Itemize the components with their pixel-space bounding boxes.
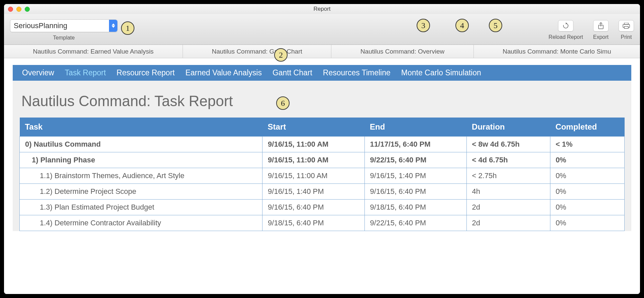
subnav-task-report[interactable]: Task Report: [65, 68, 106, 77]
subnav-monte-carlo[interactable]: Monte Carlo Simulation: [401, 68, 481, 77]
report: Overview Task Report Resource Report Ear…: [13, 65, 631, 231]
callout-1: 1: [121, 21, 134, 35]
export-group: Export: [593, 20, 609, 40]
cell-start: 9/16/15, 1:40 PM: [262, 184, 365, 200]
reload-icon: [562, 22, 569, 29]
callout-4: 4: [455, 19, 469, 32]
report-title: Nautilus Command: Task Report: [19, 91, 625, 118]
cell-task: 1) Planning Phase: [20, 152, 262, 168]
template-label: Template: [53, 35, 75, 41]
cell-completed: 0%: [550, 200, 624, 215]
subnav-resource-report[interactable]: Resource Report: [117, 68, 175, 77]
table-row: 1) Planning Phase9/16/15, 11:00 AM9/22/1…: [20, 152, 625, 168]
cell-completed: 0%: [550, 215, 624, 231]
export-button[interactable]: [593, 20, 609, 31]
subnav-gantt-chart[interactable]: Gantt Chart: [273, 68, 312, 77]
cell-end: 9/22/15, 6:40 PM: [364, 152, 466, 168]
cell-end: 9/22/15, 6:40 PM: [364, 215, 466, 231]
minimize-button[interactable]: [16, 7, 21, 12]
template-group: Template: [10, 19, 118, 41]
toolbar-right: Reload Report Export: [549, 20, 634, 40]
cell-completed: 0%: [550, 184, 624, 200]
cell-start: 9/18/15, 6:40 PM: [262, 215, 365, 231]
tab-gantt-chart[interactable]: Nautilus Command: Gantt Chart: [183, 45, 331, 58]
subnav-resources-timeline[interactable]: Resources Timeline: [323, 68, 391, 77]
template-select[interactable]: [10, 19, 118, 32]
cell-end: 9/16/15, 6:40 PM: [364, 184, 466, 200]
tab-overview[interactable]: Nautilus Command: Overview: [331, 45, 473, 58]
subnav: Overview Task Report Resource Report Ear…: [13, 65, 631, 81]
reload-label: Reload Report: [549, 34, 583, 40]
cell-duration: < 4d 6.75h: [466, 152, 550, 168]
reload-button[interactable]: [558, 20, 573, 31]
tab-earned-value[interactable]: Nautilus Command: Earned Value Analysis: [4, 45, 183, 58]
cell-task: 1.3) Plan Estimated Project Budget: [20, 200, 262, 215]
dropdown-arrows-icon[interactable]: [109, 20, 117, 32]
subnav-earned-value[interactable]: Earned Value Analysis: [185, 68, 261, 77]
cell-end: 11/17/15, 6:40 PM: [364, 137, 466, 152]
col-end: End: [364, 118, 466, 137]
table-row: 1.1) Brainstorm Themes, Audience, Art St…: [20, 168, 625, 184]
cell-completed: 0%: [550, 152, 624, 168]
cell-duration: 2d: [466, 215, 550, 231]
col-task: Task: [20, 118, 262, 137]
svg-rect-4: [624, 26, 628, 28]
traffic-lights: [8, 7, 30, 12]
table-row: 0) Nautilus Command9/16/15, 11:00 AM11/1…: [20, 137, 625, 152]
cell-task: 1.2) Determine Project Scope: [20, 184, 262, 200]
template-input[interactable]: [10, 20, 109, 32]
titlebar: Report: [4, 4, 640, 14]
col-completed: Completed: [550, 118, 624, 137]
printer-icon: [623, 23, 630, 29]
callout-2: 2: [274, 48, 288, 62]
print-group: Print: [619, 20, 634, 40]
report-window: Report Template Reload Repo: [4, 4, 640, 294]
cell-start: 9/16/15, 11:00 AM: [262, 152, 365, 168]
callout-6: 6: [276, 96, 290, 110]
table-row: 1.3) Plan Estimated Project Budget9/16/1…: [20, 200, 625, 215]
callout-3: 3: [417, 19, 430, 32]
print-button[interactable]: [619, 20, 634, 31]
report-viewport: Overview Task Report Resource Report Ear…: [4, 58, 640, 294]
cell-end: 9/16/15, 1:40 PM: [364, 168, 466, 184]
close-button[interactable]: [8, 7, 13, 12]
table-row: 1.2) Determine Project Scope9/16/15, 1:4…: [20, 184, 625, 200]
col-start: Start: [262, 118, 365, 137]
cell-task: 1.1) Brainstorm Themes, Audience, Art St…: [20, 168, 262, 184]
zoom-button[interactable]: [25, 7, 30, 12]
cell-completed: < 1%: [550, 137, 624, 152]
cell-duration: 4h: [466, 184, 550, 200]
col-duration: Duration: [466, 118, 550, 137]
section-name: Task Report: [154, 93, 233, 109]
cell-start: 9/16/15, 11:00 AM: [262, 137, 365, 152]
window-title: Report: [313, 6, 330, 12]
cell-duration: < 8w 4d 6.75h: [466, 137, 550, 152]
report-body: Nautilus Command: Task Report Task Start…: [13, 81, 631, 231]
task-table: Task Start End Duration Completed 0) Nau…: [19, 118, 625, 231]
svg-rect-2: [624, 23, 628, 24]
cell-duration: < 2.75h: [466, 168, 550, 184]
cell-start: 9/16/15, 6:40 PM: [262, 200, 365, 215]
cell-task: 0) Nautilus Command: [20, 137, 262, 152]
table-header-row: Task Start End Duration Completed: [20, 118, 625, 137]
reload-group: Reload Report: [549, 20, 583, 40]
print-label: Print: [621, 34, 632, 40]
cell-end: 9/18/15, 6:40 PM: [364, 200, 466, 215]
export-label: Export: [593, 34, 609, 40]
cell-completed: 0%: [550, 168, 624, 184]
toolbar: Template Reload Report: [4, 14, 640, 45]
tab-monte-carlo[interactable]: Nautilus Command: Monte Carlo Simu: [474, 45, 640, 58]
project-name: Nautilus Command:: [21, 93, 150, 109]
tabbar: Nautilus Command: Earned Value Analysis …: [4, 45, 640, 58]
callout-5: 5: [489, 19, 502, 32]
table-row: 1.4) Determine Contractor Availability9/…: [20, 215, 625, 231]
cell-task: 1.4) Determine Contractor Availability: [20, 215, 262, 231]
subnav-overview[interactable]: Overview: [22, 68, 54, 77]
share-icon: [598, 22, 604, 29]
cell-start: 9/16/15, 11:00 AM: [262, 168, 365, 184]
cell-duration: 2d: [466, 200, 550, 215]
